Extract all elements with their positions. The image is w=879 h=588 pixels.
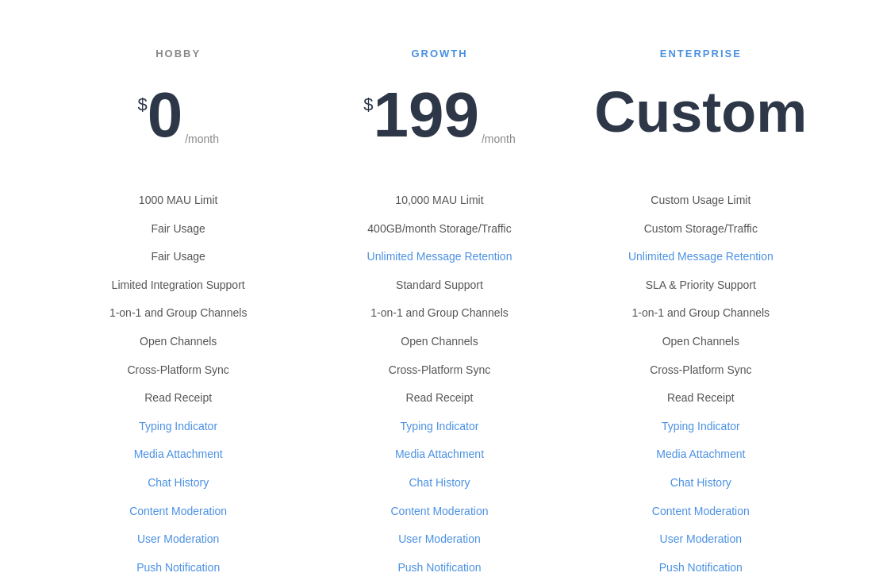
pricing-table: HOBBY$0/month1000 MAU LimitFair UsageFai… (0, 0, 879, 588)
plan-title-growth: GROWTH (411, 48, 467, 60)
feature-item-growth-2: Unlimited Message Retention (332, 243, 546, 271)
feature-item-growth-8: Typing Indicator (332, 413, 546, 441)
feature-item-enterprise-0: Custom Usage Limit (594, 186, 808, 215)
plan-price-period-growth: /month (482, 133, 516, 145)
plan-price-enterprise: Custom (594, 83, 807, 155)
feature-item-growth-7: Read Receipt (332, 384, 546, 413)
plan-column-enterprise: ENTERPRISECustomCustom Usage LimitCustom… (570, 32, 831, 588)
plan-price-dollar-hobby: $ (137, 94, 147, 115)
feature-item-enterprise-3: SLA & Priority Support (594, 271, 808, 300)
feature-item-enterprise-1: Custom Storage/Traffic (594, 215, 808, 244)
feature-item-growth-14: Offline Messaging (332, 582, 546, 588)
plan-price-dollar-growth: $ (363, 94, 373, 115)
features-list-hobby: 1000 MAU LimitFair UsageFair UsageLimite… (71, 186, 285, 588)
feature-item-enterprise-8: Typing Indicator (594, 413, 808, 441)
plan-column-hobby: HOBBY$0/month1000 MAU LimitFair UsageFai… (48, 32, 309, 588)
plan-title-enterprise: ENTERPRISE (660, 48, 742, 60)
features-list-enterprise: Custom Usage LimitCustom Storage/Traffic… (594, 186, 808, 588)
plan-title-hobby: HOBBY (155, 48, 201, 60)
feature-item-hobby-5: Open Channels (71, 328, 285, 356)
feature-item-enterprise-11: Content Moderation (594, 498, 808, 526)
feature-item-growth-12: User Moderation (332, 525, 546, 554)
feature-item-growth-4: 1-on-1 and Group Channels (332, 299, 546, 328)
feature-item-growth-13: Push Notification (332, 554, 546, 582)
feature-item-hobby-9: Media Attachment (71, 440, 285, 469)
feature-item-hobby-12: User Moderation (71, 525, 285, 554)
plan-price-hobby: $0/month (137, 83, 219, 155)
feature-item-hobby-1: Fair Usage (71, 215, 285, 244)
plan-price-amount-hobby: 0 (148, 83, 183, 147)
plan-price-growth: $199/month (363, 83, 516, 155)
feature-item-growth-1: 400GB/month Storage/Traffic (332, 215, 546, 244)
feature-item-enterprise-14: Offline Messaging (594, 582, 808, 588)
feature-item-growth-0: 10,000 MAU Limit (332, 186, 546, 215)
feature-item-growth-6: Cross-Platform Sync (332, 356, 546, 385)
feature-item-growth-9: Media Attachment (332, 440, 546, 469)
feature-item-enterprise-7: Read Receipt (594, 384, 808, 413)
feature-item-hobby-8: Typing Indicator (71, 413, 285, 441)
feature-item-hobby-10: Chat History (71, 469, 285, 498)
feature-item-hobby-11: Content Moderation (71, 498, 285, 526)
plan-column-growth: GROWTH$199/month10,000 MAU Limit400GB/mo… (309, 32, 570, 588)
feature-item-enterprise-6: Cross-Platform Sync (594, 356, 808, 385)
feature-item-hobby-3: Limited Integration Support (71, 271, 285, 300)
feature-item-hobby-7: Read Receipt (71, 384, 285, 413)
feature-item-hobby-13: Push Notification (71, 554, 285, 582)
feature-item-hobby-2: Fair Usage (71, 243, 285, 271)
feature-item-growth-10: Chat History (332, 469, 546, 498)
features-list-growth: 10,000 MAU Limit400GB/month Storage/Traf… (332, 186, 546, 588)
feature-item-enterprise-12: User Moderation (594, 525, 808, 554)
feature-item-hobby-0: 1000 MAU Limit (71, 186, 285, 215)
feature-item-enterprise-5: Open Channels (594, 328, 808, 356)
feature-item-enterprise-13: Push Notification (594, 554, 808, 582)
feature-item-growth-11: Content Moderation (332, 498, 546, 526)
feature-item-hobby-6: Cross-Platform Sync (71, 356, 285, 385)
feature-item-growth-5: Open Channels (332, 328, 546, 356)
feature-item-hobby-14: Offline Messaging (71, 582, 285, 588)
plan-price-amount-growth: 199 (373, 83, 478, 147)
feature-item-growth-3: Standard Support (332, 271, 546, 300)
feature-item-enterprise-9: Media Attachment (594, 440, 808, 469)
feature-item-enterprise-4: 1-on-1 and Group Channels (594, 299, 808, 328)
feature-item-enterprise-10: Chat History (594, 469, 808, 498)
plan-price-custom-enterprise: Custom (594, 83, 807, 140)
plan-price-period-hobby: /month (185, 133, 219, 145)
feature-item-enterprise-2: Unlimited Message Retention (594, 243, 808, 271)
feature-item-hobby-4: 1-on-1 and Group Channels (71, 299, 285, 328)
